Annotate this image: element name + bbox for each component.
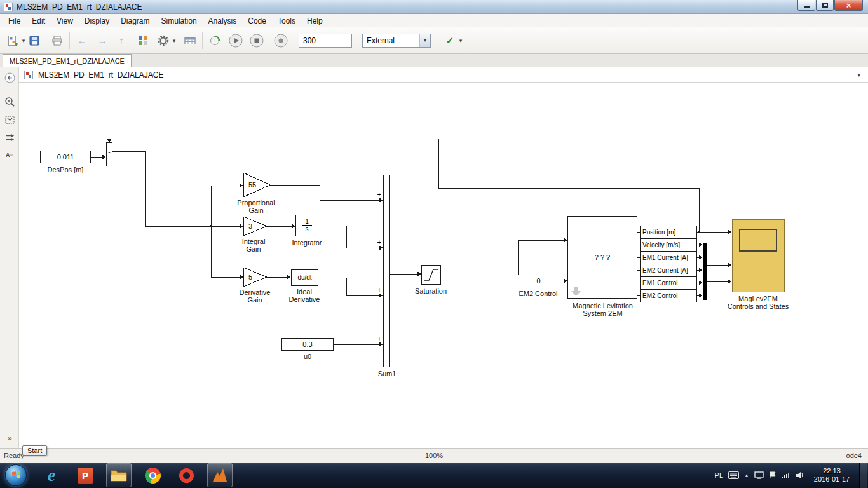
menu-diagram[interactable]: Diagram — [115, 15, 155, 27]
taskbar-matlab-button[interactable] — [207, 463, 233, 487]
start-button[interactable] — [5, 464, 27, 486]
hide-browser-icon[interactable] — [3, 71, 16, 84]
taskbar-powerpoint-button[interactable]: P — [72, 463, 98, 487]
step-forward-button[interactable] — [273, 32, 288, 49]
display-icon[interactable] — [754, 471, 764, 479]
system-tray: PL ▲ 22:13 2016-01-17 — [715, 463, 868, 488]
mux-block[interactable] — [703, 243, 707, 300]
new-model-button[interactable] — [5, 32, 20, 49]
zoom-icon[interactable] — [3, 95, 16, 108]
maximize-icon — [822, 3, 828, 8]
run-button[interactable] — [228, 32, 243, 49]
plant-port-label: Position [m] — [640, 226, 697, 239]
model-tab[interactable]: MLS2EM_PD_EM1_rt_DZIALAJACE — [3, 54, 132, 67]
library-browser-button[interactable] — [135, 32, 151, 49]
saturation-block[interactable] — [421, 265, 441, 285]
stop-time-input[interactable] — [299, 34, 352, 48]
menu-analysis[interactable]: Analysis — [203, 15, 243, 27]
diagram-canvas[interactable]: 0.011 DesPos [m] - 55 Proportional Gain … — [19, 83, 868, 448]
constant-em2-block[interactable]: 0 — [532, 274, 545, 287]
taskbar-ie-button[interactable]: e — [39, 463, 64, 487]
breadcrumb-path[interactable]: MLS2EM_PD_EM1_rt_DZIALAJACE — [38, 71, 163, 79]
chrome-icon — [145, 468, 161, 484]
editor-column: MLS2EM_PD_EM1_rt_DZIALAJACE ▾ — [19, 67, 868, 448]
back-button[interactable]: ← — [74, 35, 90, 46]
internet-explorer-icon: e — [48, 466, 55, 485]
scope-block[interactable] — [732, 219, 785, 292]
simulation-mode-value: External — [367, 36, 395, 45]
menu-simulation[interactable]: Simulation — [156, 15, 203, 27]
palette-expand-icon[interactable]: » — [3, 431, 16, 444]
sum-minus-sign: - — [104, 149, 114, 156]
simulation-mode-caret[interactable]: ▾ — [419, 34, 430, 47]
integrator-label: Integrator — [275, 239, 339, 247]
new-model-caret[interactable]: ▾ — [20, 37, 27, 44]
maximize-button[interactable] — [816, 0, 834, 11]
titlebar: MLS2EM_PD_EM1_rt_DZIALAJACE × — [0, 0, 868, 14]
print-button[interactable] — [50, 32, 65, 49]
close-button[interactable]: × — [834, 0, 863, 11]
zoom-level: 100% — [425, 452, 443, 459]
clock[interactable]: 22:13 2016-01-17 — [810, 467, 854, 484]
constant-em2-label: EM2 Control — [513, 290, 564, 297]
taskbar: e P PL ▲ 22:13 2016-01-17 — [0, 463, 868, 488]
constant-u0-block[interactable]: 0.3 — [281, 338, 334, 351]
hidden-icons-caret[interactable]: ▲ — [744, 473, 749, 478]
download-arrow-icon — [570, 286, 583, 297]
sum1-label: Sum1 — [367, 370, 407, 377]
minimize-button[interactable] — [797, 0, 815, 11]
gear-caret[interactable]: ▾ — [171, 37, 177, 44]
clock-time: 22:13 — [810, 467, 854, 475]
integrator-block[interactable]: 1s — [295, 215, 318, 236]
powerpoint-icon: P — [78, 468, 93, 484]
menu-display[interactable]: Display — [79, 15, 115, 27]
up-to-parent-button[interactable]: ↑ — [114, 35, 129, 46]
taskbar-chrome-button[interactable] — [140, 463, 165, 487]
menu-file[interactable]: File — [3, 15, 26, 27]
network-icon[interactable] — [782, 471, 790, 479]
ideal-derivative-label: Ideal Derivative — [273, 288, 336, 303]
proportional-gain-value: 55 — [243, 181, 261, 189]
taskbar-explorer-button[interactable] — [106, 463, 132, 487]
menu-help[interactable]: Help — [301, 15, 329, 27]
plant-subsystem-block[interactable]: ? ? ? — [567, 216, 637, 299]
menu-tools[interactable]: Tools — [272, 15, 301, 27]
menu-edit[interactable]: Edit — [26, 15, 51, 27]
scope-screen — [739, 229, 777, 252]
sum1-plus-sign: + — [372, 191, 381, 198]
keyboard-icon[interactable] — [728, 471, 739, 479]
connect-to-target-button[interactable] — [207, 32, 222, 49]
plant-port-label: Velocity [m/s] — [640, 238, 697, 252]
stop-button[interactable] — [249, 32, 264, 49]
proportional-gain-label: Proportional Gain — [224, 199, 288, 214]
plant-port-label: EM2 Control — [640, 289, 697, 302]
show-desktop-button[interactable] — [859, 463, 867, 488]
sum1-block[interactable] — [383, 175, 390, 367]
taskbar-opera-button[interactable] — [173, 463, 199, 487]
ideal-derivative-block[interactable]: du/dt — [291, 269, 318, 286]
toolbar: ▾ ← → ↑ ▾ — [0, 27, 868, 54]
action-center-flag-icon[interactable] — [769, 471, 776, 479]
forward-button[interactable]: → — [95, 35, 110, 46]
matlab-icon — [211, 467, 229, 484]
check-icon: ✓ — [446, 35, 454, 46]
build-caret[interactable]: ▾ — [458, 37, 464, 44]
model-configuration-button[interactable] — [182, 32, 198, 49]
derivative-gain-value: 5 — [243, 273, 257, 281]
build-button[interactable]: ✓ — [442, 32, 458, 49]
menu-code[interactable]: Code — [242, 15, 272, 27]
annotation-icon[interactable]: A≡ — [3, 149, 16, 161]
model-settings-gear-button[interactable] — [156, 32, 171, 49]
plant-port-label: EM1 Control — [640, 276, 697, 290]
constant-despos-block[interactable]: 0.011 — [40, 151, 91, 163]
volume-icon[interactable] — [796, 471, 804, 479]
menu-view[interactable]: View — [51, 15, 79, 27]
save-button[interactable] — [27, 32, 42, 49]
fit-to-view-icon[interactable] — [3, 113, 16, 126]
language-indicator[interactable]: PL — [715, 471, 723, 479]
simulation-mode-select[interactable]: External ▾ — [362, 34, 431, 48]
sum1-plus-sign: + — [372, 335, 381, 342]
left-palette: A≡ » — [0, 67, 19, 448]
breadcrumb-caret[interactable]: ▾ — [857, 72, 863, 78]
signal-arrows-icon[interactable] — [3, 131, 16, 144]
